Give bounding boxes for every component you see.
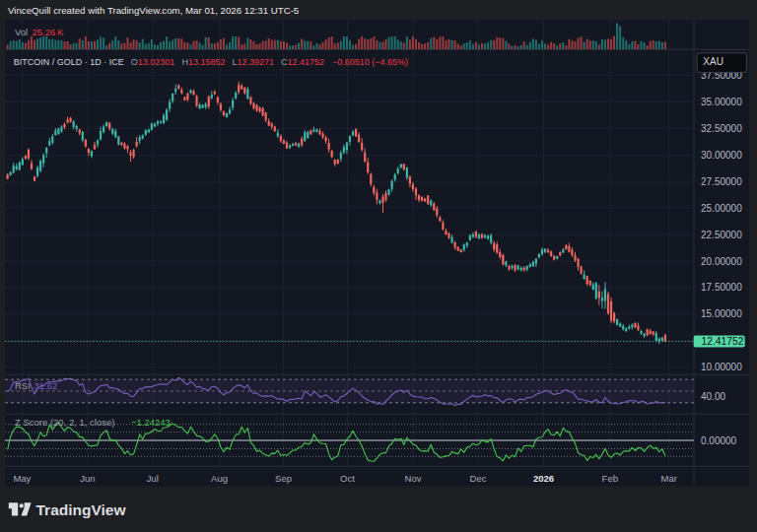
- svg-text:Vol: Vol: [15, 27, 28, 37]
- svg-text:15.00000: 15.00000: [701, 308, 742, 319]
- svg-text:Oct: Oct: [340, 473, 355, 484]
- svg-text:Aug: Aug: [211, 473, 228, 484]
- svg-text:Sep: Sep: [275, 473, 292, 484]
- svg-text:Dec: Dec: [470, 473, 487, 484]
- svg-text:32.50000: 32.50000: [701, 123, 742, 134]
- svg-text:40.00: 40.00: [701, 391, 725, 402]
- svg-text:25.00000: 25.00000: [701, 203, 742, 214]
- svg-text:0.00000: 0.00000: [701, 435, 737, 446]
- svg-text:−1.24243: −1.24243: [131, 417, 171, 428]
- svg-text:35.00000: 35.00000: [701, 97, 742, 107]
- svg-text:25.26 K: 25.26 K: [33, 27, 65, 37]
- svg-text:22.50000: 22.50000: [701, 230, 742, 240]
- svg-text:Jun: Jun: [80, 473, 95, 484]
- svg-text:Nov: Nov: [405, 473, 422, 484]
- svg-text:May: May: [13, 473, 31, 484]
- svg-text:2026: 2026: [533, 473, 554, 484]
- svg-text:Mar: Mar: [661, 473, 677, 484]
- svg-text:20.00000: 20.00000: [701, 256, 742, 267]
- svg-text:17.50000: 17.50000: [701, 282, 742, 293]
- svg-text:TradingView: TradingView: [36, 501, 127, 518]
- svg-text:30.00000: 30.00000: [701, 150, 742, 161]
- svg-text:BITCOIN / GOLD · 1D · ICEO13.0: BITCOIN / GOLD · 1D · ICEO13.02301H13.15…: [14, 57, 408, 67]
- svg-text:RSI: RSI: [15, 380, 31, 391]
- svg-text:VinceQuill created with Tradin: VinceQuill created with TradingView.com,…: [8, 5, 299, 16]
- svg-text:Z Score (20, 2, 1, close): Z Score (20, 2, 1, close): [15, 417, 114, 428]
- svg-text:12.41752: 12.41752: [702, 336, 744, 347]
- svg-text:31.62: 31.62: [34, 380, 58, 391]
- svg-text:10.00000: 10.00000: [701, 362, 742, 372]
- svg-text:XAU: XAU: [703, 56, 723, 67]
- svg-text:Feb: Feb: [602, 473, 618, 484]
- svg-text:27.50000: 27.50000: [701, 176, 742, 187]
- svg-text:Jul: Jul: [147, 473, 159, 484]
